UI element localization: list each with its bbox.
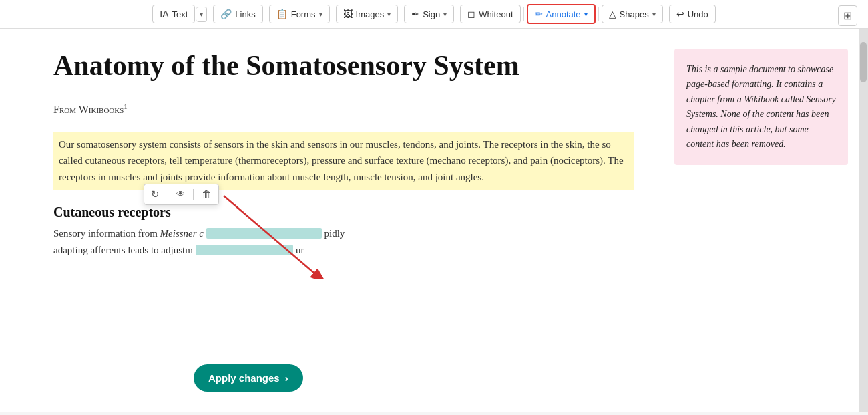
toolbar-shapes-btn[interactable]: △ Shapes ▾: [602, 5, 663, 23]
images-caret-icon: ▾: [387, 11, 391, 18]
forms-icon: 📋: [276, 9, 288, 19]
apply-changes-btn[interactable]: Apply changes ›: [194, 364, 303, 392]
popup-sep-1: [168, 189, 168, 200]
sign-icon: ✒: [411, 9, 419, 19]
divider-7: [598, 7, 599, 21]
divider-3: [333, 7, 333, 21]
annotate-label: Annotate: [546, 9, 581, 19]
toolbar-sign-btn[interactable]: ✒ Sign ▾: [404, 5, 454, 23]
divider-4: [401, 7, 401, 21]
shapes-caret-icon: ▾: [652, 11, 656, 18]
annotate-icon: ✏: [535, 9, 543, 19]
annotation-rotate-btn[interactable]: ↻: [148, 186, 162, 202]
toolbar-forms-btn[interactable]: 📋 Forms ▾: [269, 5, 330, 23]
section1-text: Sensory information from Meissner c pidl…: [53, 225, 634, 259]
sign-caret-icon: ▾: [443, 11, 447, 18]
doc-subtitle-text: From Wikibooks: [53, 104, 124, 116]
popup-sep-2: [193, 189, 194, 200]
section1-text-line2: adapting afferents leads to adjustm: [53, 245, 193, 255]
undo-label: Undo: [688, 9, 708, 19]
toolbar-undo-btn[interactable]: ↩ Undo: [669, 5, 716, 23]
text-caret-icon: ▾: [200, 11, 203, 18]
highlighted-paragraph[interactable]: Our somatosensory system consists of sen…: [53, 132, 634, 190]
divider-2: [266, 7, 266, 21]
rotate-icon: ↻: [151, 188, 160, 200]
grid-icon: ⊞: [843, 10, 852, 21]
delete-icon: 🗑: [202, 188, 212, 200]
shapes-label: Shapes: [620, 9, 649, 19]
section1-text-content: Sensory information from Meissner c: [53, 228, 204, 239]
document-area: Anatomy of the Somatosensory System From…: [0, 29, 674, 412]
images-icon: 🖼: [343, 9, 353, 19]
highlighted-section: Our somatosensory system consists of sen…: [53, 132, 634, 190]
sign-label: Sign: [423, 9, 440, 19]
divider-5: [457, 7, 457, 21]
forms-caret-icon: ▾: [319, 11, 322, 18]
text-caret-btn[interactable]: ▾: [196, 7, 207, 22]
scrollbar-thumb[interactable]: [860, 42, 867, 82]
highlighted-text: Our somatosensory system consists of sen…: [59, 139, 624, 183]
apply-changes-overlay: [206, 228, 322, 239]
main-content: Anatomy of the Somatosensory System From…: [0, 29, 868, 412]
images-label: Images: [356, 9, 385, 19]
text-icon: IA: [160, 9, 168, 19]
toolbar-text-btn[interactable]: IA Text: [152, 5, 195, 23]
whiteout-label: Whiteout: [479, 9, 513, 19]
hide-icon: 👁: [176, 189, 185, 199]
apply-changes-arrow-icon: ›: [285, 372, 288, 384]
annotation-popup: ↻ 👁 🗑: [144, 184, 219, 205]
divider-6: [523, 7, 524, 21]
annotate-caret-icon: ▾: [584, 11, 588, 18]
forms-label: Forms: [291, 9, 316, 19]
apply-changes-overlay2: [196, 245, 294, 255]
doc-subtitle: From Wikibooks1: [53, 102, 634, 116]
doc-title: Anatomy of the Somatosensory System: [53, 49, 634, 82]
toolbar-whiteout-btn[interactable]: ◻ Whiteout: [460, 5, 520, 23]
section1-text-end: ur: [296, 245, 304, 255]
undo-icon: ↩: [676, 9, 684, 19]
toolbar: IA Text ▾ 🔗 Links 📋 Forms ▾ 🖼 Images ▾ ✒…: [0, 0, 868, 29]
side-note-text: This is a sample document to showcase pa…: [686, 64, 836, 149]
section1-text-after: pidly: [324, 228, 345, 239]
annotation-hide-btn[interactable]: 👁: [174, 187, 188, 201]
whiteout-icon: ◻: [467, 9, 475, 19]
apply-changes-label: Apply changes: [208, 372, 280, 384]
links-label: Links: [235, 9, 255, 19]
doc-subtitle-sup: 1: [124, 102, 128, 110]
annotation-delete-btn[interactable]: 🗑: [199, 186, 214, 202]
text-label: Text: [172, 9, 188, 19]
links-icon: 🔗: [220, 9, 232, 19]
toolbar-images-btn[interactable]: 🖼 Images ▾: [336, 5, 399, 23]
toolbar-annotate-btn[interactable]: ✏ Annotate ▾: [527, 4, 596, 24]
side-note: This is a sample document to showcase pa…: [674, 49, 848, 165]
shapes-icon: △: [609, 9, 616, 19]
toolbar-links-btn[interactable]: 🔗 Links: [213, 5, 262, 23]
divider-1: [210, 7, 210, 21]
grid-view-btn[interactable]: ⊞: [838, 5, 857, 26]
divider-8: [666, 7, 666, 21]
section1-heading: Cutaneous receptors: [53, 204, 634, 220]
scrollbar-track[interactable]: [859, 29, 868, 412]
